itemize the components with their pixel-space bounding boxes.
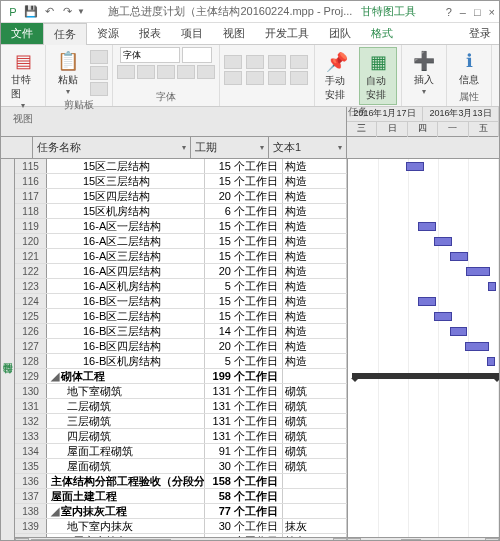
gantt-bar[interactable] (465, 342, 489, 351)
gantt-bar[interactable] (434, 237, 452, 246)
table-row[interactable]: 12716-B区四层结构20 个工作日构造 (15, 339, 347, 354)
row-number[interactable]: 130 (15, 384, 47, 398)
paste-button[interactable]: 📋 粘贴 ▾ (50, 47, 86, 98)
table-row[interactable]: 130地下室砌筑131 个工作日砌筑 (15, 384, 347, 399)
table-row[interactable]: 139地下室内抹灰30 个工作日抹灰 (15, 519, 347, 534)
row-number[interactable]: 122 (15, 264, 47, 278)
cell-duration[interactable]: 131 个工作日 (205, 384, 283, 398)
cell-duration[interactable]: 20 个工作日 (205, 339, 283, 353)
cell-name[interactable]: 16-B区一层结构 (47, 294, 205, 308)
pct-75-icon[interactable] (290, 55, 308, 69)
cell-text1[interactable]: 构造 (283, 234, 347, 248)
gantt-bar[interactable] (487, 357, 495, 366)
row-number[interactable]: 127 (15, 339, 47, 353)
gantt-bar[interactable] (406, 162, 424, 171)
cell-text1[interactable]: 构造 (283, 204, 347, 218)
row-number[interactable]: 116 (15, 174, 47, 188)
row-number[interactable]: 115 (15, 159, 47, 173)
cell-duration[interactable]: 131 个工作日 (205, 429, 283, 443)
cell-text1[interactable]: 砌筑 (283, 444, 347, 458)
help-icon[interactable]: ? (446, 6, 452, 18)
cell-duration[interactable]: 15 个工作日 (205, 219, 283, 233)
cell-name[interactable]: 16-B区二层结构 (47, 309, 205, 323)
row-number[interactable]: 128 (15, 354, 47, 368)
cell-name[interactable]: 16-A区机房结构 (47, 279, 205, 293)
tab-file[interactable]: 文件 (1, 23, 43, 44)
cell-text1[interactable] (283, 369, 347, 383)
table-row[interactable]: 11615区三层结构15 个工作日构造 (15, 174, 347, 189)
cell-text1[interactable]: 构造 (283, 219, 347, 233)
row-number[interactable]: 129 (15, 369, 47, 383)
cell-duration[interactable]: 131 个工作日 (205, 399, 283, 413)
cell-name[interactable]: 16-A区三层结构 (47, 249, 205, 263)
table-row[interactable]: 129◢砌体工程199 个工作日 (15, 369, 347, 384)
pct-50-icon[interactable] (268, 55, 286, 69)
table-row[interactable]: 12516-B区二层结构15 个工作日构造 (15, 309, 347, 324)
gantt-chart[interactable] (347, 159, 499, 541)
cell-name[interactable]: 地下室内抹灰 (47, 519, 205, 533)
cell-text1[interactable]: 构造 (283, 309, 347, 323)
cell-duration[interactable]: 15 个工作日 (205, 234, 283, 248)
header-name[interactable]: 任务名称▾ (33, 137, 191, 158)
font-size-select[interactable] (182, 47, 212, 63)
gantt-bar[interactable] (488, 282, 496, 291)
header-rownum[interactable] (1, 137, 33, 158)
format-painter-icon[interactable] (90, 82, 108, 96)
cell-duration[interactable]: 14 个工作日 (205, 324, 283, 338)
cell-duration[interactable]: 158 个工作日 (205, 474, 283, 488)
table-row[interactable]: 12016-A区二层结构15 个工作日构造 (15, 234, 347, 249)
row-number[interactable]: 118 (15, 204, 47, 218)
gantt-bar[interactable] (450, 252, 468, 261)
table-row[interactable]: 137屋面土建工程58 个工作日 (15, 489, 347, 504)
row-number[interactable]: 139 (15, 519, 47, 533)
cell-text1[interactable] (283, 474, 347, 488)
table-row[interactable]: 135屋面砌筑30 个工作日砌筑 (15, 459, 347, 474)
cell-text1[interactable]: 构造 (283, 249, 347, 263)
row-number[interactable]: 126 (15, 324, 47, 338)
scroll-left-icon[interactable]: ◄ (347, 538, 361, 542)
undo-icon[interactable]: ↶ (41, 4, 57, 20)
cell-duration[interactable]: 5 个工作日 (205, 279, 283, 293)
row-number[interactable]: 138 (15, 504, 47, 518)
table-row[interactable]: 12216-A区四层结构20 个工作日构造 (15, 264, 347, 279)
row-number[interactable]: 131 (15, 399, 47, 413)
table-row[interactable]: 132三层砌筑131 个工作日砌筑 (15, 414, 347, 429)
cell-text1[interactable]: 砌筑 (283, 384, 347, 398)
tab-resource[interactable]: 资源 (87, 23, 129, 44)
cell-text1[interactable]: 构造 (283, 264, 347, 278)
scroll-right-icon[interactable]: ► (485, 538, 499, 542)
qat-dropdown-icon[interactable]: ▼ (77, 7, 85, 16)
cell-name[interactable]: 四层砌筑 (47, 429, 205, 443)
cell-text1[interactable] (283, 504, 347, 518)
cell-name[interactable]: 二层砌筑 (47, 399, 205, 413)
tab-view[interactable]: 视图 (213, 23, 255, 44)
italic-icon[interactable] (137, 65, 155, 79)
cell-duration[interactable]: 58 个工作日 (205, 489, 283, 503)
cell-text1[interactable]: 砌筑 (283, 459, 347, 473)
scrollbar-gantt-horizontal[interactable]: ◄ ► (347, 537, 499, 541)
table-row[interactable]: 11715区四层结构20 个工作日构造 (15, 189, 347, 204)
cell-text1[interactable]: 砌筑 (283, 399, 347, 413)
cell-text1[interactable]: 构造 (283, 324, 347, 338)
outdent-icon[interactable] (224, 71, 242, 85)
copy-icon[interactable] (90, 66, 108, 80)
font-color-icon[interactable] (177, 65, 195, 79)
cell-duration[interactable]: 199 个工作日 (205, 369, 283, 383)
font-family-select[interactable]: 字体 (120, 47, 180, 63)
cell-name[interactable]: 16-A区二层结构 (47, 234, 205, 248)
cell-duration[interactable]: 91 个工作日 (205, 444, 283, 458)
cell-text1[interactable]: 构造 (283, 279, 347, 293)
cell-name[interactable]: ◢室内抹灰工程 (47, 504, 205, 518)
maximize-icon[interactable]: □ (474, 6, 481, 18)
table-row[interactable]: 133四层砌筑131 个工作日砌筑 (15, 429, 347, 444)
cell-duration[interactable]: 6 个工作日 (205, 204, 283, 218)
cell-duration[interactable]: 20 个工作日 (205, 189, 283, 203)
gantt-bar[interactable] (466, 267, 490, 276)
cell-name[interactable]: 15区三层结构 (47, 174, 205, 188)
unlink-icon[interactable] (290, 71, 308, 85)
tab-report[interactable]: 报表 (129, 23, 171, 44)
table-row[interactable]: 12116-A区三层结构15 个工作日构造 (15, 249, 347, 264)
cell-duration[interactable]: 20 个工作日 (205, 264, 283, 278)
table-row[interactable]: 12816-B区机房结构5 个工作日构造 (15, 354, 347, 369)
table-row[interactable]: 12416-B区一层结构15 个工作日构造 (15, 294, 347, 309)
